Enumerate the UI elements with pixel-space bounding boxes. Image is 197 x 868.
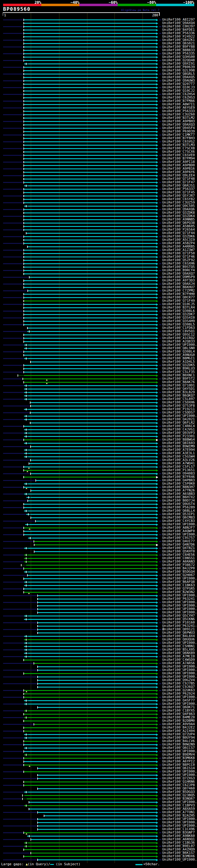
alignment-bar	[24, 311, 156, 312]
alignment-bar	[44, 815, 156, 816]
subject-extension-line	[159, 555, 161, 555]
alignment-arrowhead-icon	[156, 398, 158, 401]
alignment-bar	[24, 240, 156, 241]
subject-extension-line	[3, 378, 22, 379]
alignment-arrowhead-icon	[156, 625, 158, 627]
alignment-arrowhead-icon	[156, 784, 158, 787]
alignment-bar	[24, 36, 156, 37]
subject-extension-line	[159, 758, 161, 759]
alignment-arrowhead-icon	[156, 141, 158, 143]
alignment-arrowhead-icon	[156, 290, 158, 292]
subject-extension-line	[159, 358, 161, 359]
alignment-arrowhead-icon	[156, 730, 158, 733]
subject-extension-line	[3, 331, 27, 332]
alignment-bar	[24, 355, 156, 355]
subject-extension-line	[159, 195, 161, 196]
alignment-arrowhead-icon	[156, 384, 158, 387]
alignment-arrowhead-icon	[156, 635, 158, 638]
alignment-bar	[24, 101, 156, 102]
subject-extension-line	[159, 534, 161, 535]
alignment-bar	[24, 219, 156, 220]
subject-extension-line	[159, 338, 161, 339]
alignment-bar	[24, 131, 156, 132]
alignment-bar	[24, 158, 156, 159]
alignment-bar	[28, 738, 156, 738]
subject-extension-line	[3, 514, 26, 515]
alignment-bar	[38, 822, 156, 823]
subject-gap-dash	[27, 494, 28, 495]
subject-extension-line	[159, 399, 161, 400]
alignment-arrowhead-icon	[156, 527, 158, 529]
subject-gap-dash	[27, 385, 28, 386]
alignment-arrowhead-icon	[156, 483, 158, 485]
alignment-arrowhead-icon	[156, 110, 158, 113]
alignment-bar	[24, 91, 156, 91]
alignment-bar	[31, 362, 156, 363]
subject-extension-line	[3, 765, 23, 766]
alignment-bar	[38, 670, 156, 671]
alignment-arrowhead-icon	[156, 256, 158, 258]
alignment-bar	[28, 409, 156, 410]
subject-extension-line	[159, 819, 161, 820]
subject-extension-line	[159, 582, 161, 583]
subject-extension-line	[159, 738, 161, 738]
alignment-coverage-plot: 20% ~40% ~60% ~80% ~100% BP089560 AlignV…	[0, 0, 197, 868]
alignment-arrowhead-icon	[156, 36, 158, 38]
alignment-bar	[25, 795, 156, 796]
hit-row[interactable]: UniRef100_UPI000..	[0, 858, 197, 861]
subject-extension-line	[159, 683, 161, 684]
alignment-arrowhead-icon	[156, 42, 158, 45]
alignment-bar	[28, 710, 156, 711]
subject-extension-line	[3, 46, 23, 48]
alignment-arrowhead-icon	[156, 496, 158, 499]
subject-extension-line	[159, 690, 161, 691]
alignment-arrowhead-icon	[156, 391, 158, 394]
alignment-bar	[24, 382, 156, 383]
alignment-bar	[24, 138, 156, 139]
alignment-arrowhead-icon	[156, 26, 158, 28]
alignment-arrowhead-icon	[156, 22, 158, 25]
alignment-arrowhead-icon	[156, 683, 158, 685]
alignment-arrowhead-icon	[156, 19, 158, 21]
alignment-arrowhead-icon	[156, 354, 158, 356]
subject-gap-dash	[27, 395, 28, 396]
alignment-arrowhead-icon	[156, 598, 158, 600]
subject-extension-line	[3, 26, 23, 27]
alignment-bar	[38, 606, 156, 606]
alignment-bar	[38, 775, 156, 776]
alignment-bar	[24, 20, 156, 20]
alignment-bar	[31, 839, 156, 840]
subject-extension-line	[3, 33, 23, 34]
alignment-bar	[24, 213, 156, 213]
alignment-bar	[24, 70, 156, 71]
subject-extension-line	[3, 385, 24, 386]
alignment-arrowhead-icon	[156, 293, 158, 296]
subject-gap-dash	[27, 748, 28, 748]
subject-gap-dash	[27, 639, 28, 640]
alignment-arrowhead-icon	[156, 83, 158, 86]
alignment-bar	[24, 720, 156, 721]
subject-extension-line	[3, 87, 23, 88]
alignment-arrowhead-icon	[156, 137, 158, 140]
subject-extension-line	[3, 636, 24, 637]
subject-extension-line	[3, 656, 24, 657]
subject-gap-dash	[27, 646, 28, 647]
alignment-arrowhead-icon	[156, 266, 158, 269]
subject-extension-line	[3, 182, 23, 183]
alignment-bar	[24, 351, 156, 352]
subject-extension-line	[3, 683, 37, 684]
alignment-bar	[24, 785, 156, 786]
subject-extension-line	[159, 162, 161, 162]
alignment-bar	[24, 334, 156, 335]
alignment-bar	[24, 317, 156, 318]
hit-label[interactable]: UniRef100_UPI000..	[162, 858, 197, 861]
alignment-arrowhead-icon	[156, 581, 158, 584]
alignment-arrowhead-icon	[156, 605, 158, 607]
subject-gap-dash	[27, 63, 28, 64]
subject-extension-line	[3, 785, 23, 786]
alignment-bar	[28, 646, 156, 647]
subject-extension-line	[159, 223, 161, 223]
subject-extension-line	[3, 466, 23, 467]
subject-extension-line	[3, 277, 29, 278]
subject-extension-line	[3, 453, 24, 454]
